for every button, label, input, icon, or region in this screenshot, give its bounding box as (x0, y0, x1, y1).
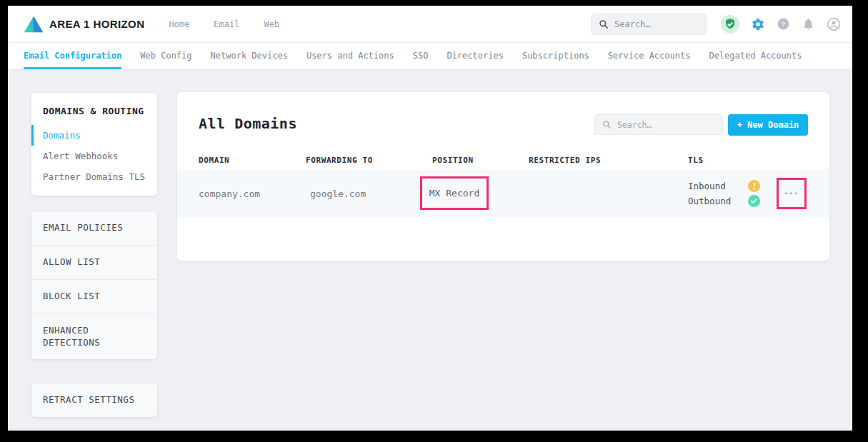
sidebar-item-email-policies[interactable]: EMAIL POLICIES (31, 211, 157, 246)
tls-inbound: Inbound (688, 180, 760, 192)
sidebar-group-title: DOMAINS & ROUTING (31, 93, 157, 125)
cell-position: MX Record (429, 188, 479, 199)
nav-link-email[interactable]: Email (214, 19, 239, 29)
sidebar-retract-card: RETRACT SETTINGS (31, 383, 157, 417)
column-header-domain: DOMAIN (199, 156, 229, 165)
search-icon (602, 120, 612, 129)
warning-icon (748, 180, 760, 192)
nav-link-home[interactable]: Home (169, 19, 189, 29)
table-row: company.com google.com MX Record Inbound (177, 169, 829, 218)
tab-subscriptions[interactable]: Subscriptions (522, 43, 589, 69)
top-nav: Home Email Web (169, 19, 279, 29)
bell-icon[interactable] (802, 17, 815, 31)
new-domain-button[interactable]: + New Domain (728, 114, 808, 136)
tls-outbound: Outbound (688, 195, 760, 207)
tab-service-accounts[interactable]: Service Accounts (608, 43, 691, 69)
tab-network-devices[interactable]: Network Devices (211, 43, 288, 69)
global-search[interactable] (591, 14, 707, 35)
user-icon[interactable] (827, 17, 841, 31)
page-title: All Domains (199, 115, 297, 132)
domains-table-header: DOMAIN FORWARDING TO POSITION RESTRICTED… (177, 156, 829, 170)
position-highlight-box: MX Record (420, 176, 489, 210)
cell-forwarding-to: google.com (310, 189, 366, 199)
tls-inbound-label: Inbound (688, 181, 748, 191)
header-icons: ? (721, 15, 841, 34)
sidebar-item-alert-webhooks[interactable]: Alert Webhooks (31, 146, 157, 166)
app-window: AREA 1 HORIZON Home Email Web (8, 6, 852, 431)
help-icon[interactable]: ? (777, 17, 790, 31)
tab-delegated-accounts[interactable]: Delegated Accounts (709, 43, 802, 69)
ellipsis-menu-button[interactable]: ••• (784, 191, 799, 197)
sidebar-item-retract-settings[interactable]: RETRACT SETTINGS (31, 383, 157, 417)
cell-tls: Inbound Outbound (688, 180, 760, 207)
sidebar-item-enhanced-detections[interactable]: ENHANCED DETECTIONS (31, 314, 157, 360)
area1-triangle-logo-icon (24, 16, 44, 33)
gear-icon[interactable] (751, 17, 765, 31)
tab-email-configuration[interactable]: Email Configuration (24, 43, 121, 69)
check-icon (748, 195, 760, 207)
domains-search-input[interactable] (617, 120, 715, 130)
column-header-restricted-ips: RESTRICTED IPS (529, 156, 601, 165)
all-domains-panel: All Domains + New Domain DOMAIN FORWARDI… (177, 92, 829, 261)
global-search-input[interactable] (614, 19, 699, 29)
shield-check-icon[interactable] (721, 15, 739, 34)
nav-link-web[interactable]: Web (264, 19, 279, 29)
search-icon (599, 19, 609, 29)
sidebar-item-allow-list[interactable]: ALLOW LIST (31, 246, 157, 280)
column-header-position: POSITION (432, 156, 474, 165)
tab-sso[interactable]: SSO (413, 43, 429, 69)
sidebar-sections-card: EMAIL POLICIES ALLOW LIST BLOCK LIST ENH… (31, 211, 157, 359)
tab-users-and-actions[interactable]: Users and Actions (306, 43, 394, 69)
column-header-forwarding-to: FORWARDING TO (306, 156, 373, 165)
sidebar-domains-routing-card: DOMAINS & ROUTING Domains Alert Webhooks… (31, 93, 157, 196)
content-area: DOMAINS & ROUTING Domains Alert Webhooks… (8, 70, 852, 431)
tab-directories[interactable]: Directories (447, 43, 503, 69)
row-menu-highlight-box: ••• (777, 178, 807, 209)
brand-name: AREA 1 HORIZON (49, 18, 144, 30)
svg-text:?: ? (782, 20, 786, 28)
config-tabs: Email Configuration Web Config Network D… (8, 43, 852, 70)
sidebar-item-partner-domains-tls[interactable]: Partner Domains TLS (31, 166, 157, 187)
tls-outbound-label: Outbound (688, 196, 748, 206)
top-header: AREA 1 HORIZON Home Email Web (8, 6, 852, 43)
domains-search[interactable] (594, 114, 723, 135)
column-header-tls: TLS (688, 156, 704, 165)
cell-domain: company.com (199, 189, 260, 199)
sidebar-item-domains[interactable]: Domains (31, 125, 157, 146)
sidebar-item-block-list[interactable]: BLOCK LIST (31, 280, 157, 314)
tab-web-config[interactable]: Web Config (140, 43, 191, 69)
brand-logo[interactable]: AREA 1 HORIZON (24, 16, 144, 33)
